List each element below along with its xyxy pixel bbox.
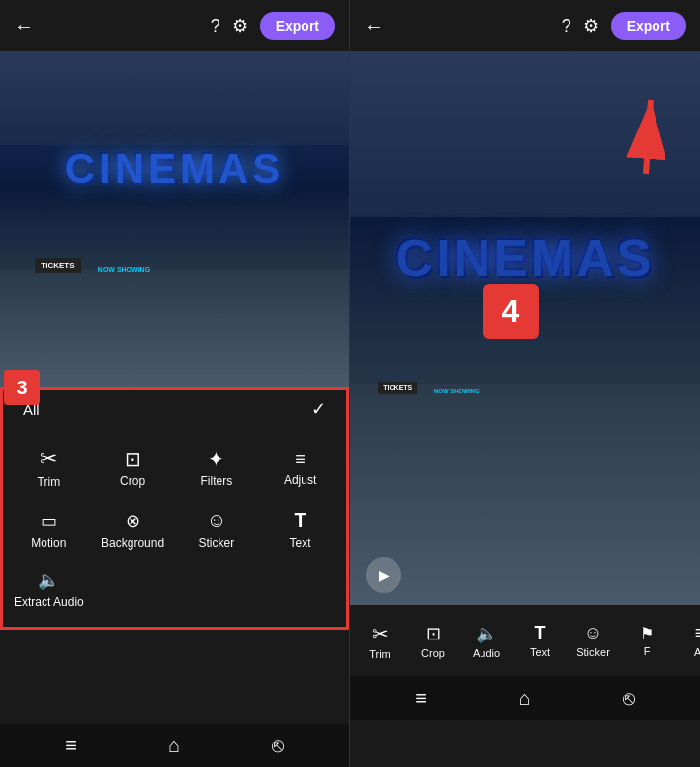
toolbar-audio-icon: 🔈 bbox=[476, 623, 497, 644]
red-arrow-indicator bbox=[586, 85, 665, 184]
right-settings-button[interactable]: ⚙ bbox=[583, 15, 599, 37]
crop-label: Crop bbox=[120, 474, 145, 488]
left-header: ← ? ⚙ Export bbox=[0, 0, 349, 51]
background-label: Background bbox=[101, 536, 164, 550]
left-back-button[interactable]: ← bbox=[14, 15, 34, 38]
left-nav-back[interactable]: ⎋ bbox=[272, 734, 284, 757]
left-help-button[interactable]: ? bbox=[211, 16, 220, 37]
trim-icon: ✂ bbox=[40, 446, 57, 471]
right-back-button[interactable]: ← bbox=[364, 15, 384, 38]
svg-line-1 bbox=[646, 100, 651, 174]
left-tools-container: 3 All ✓ ✂ Trim ⊡ Crop ✦ bbox=[0, 387, 349, 630]
toolbar-trim-label: Trim bbox=[369, 648, 391, 660]
right-header-right: ? ⚙ Export bbox=[562, 12, 686, 40]
toolbar-f-icon: ⚑ bbox=[640, 624, 654, 642]
right-help-button[interactable]: ? bbox=[562, 16, 571, 37]
toolbar-crop-icon: ⊡ bbox=[426, 623, 441, 644]
toolbar-trim[interactable]: ✂ Trim bbox=[354, 618, 405, 664]
sticker-label: Sticker bbox=[199, 536, 235, 550]
cinema-scene-left: CINEMAS TICKETS NOW SHOWING bbox=[0, 51, 349, 387]
right-export-button[interactable]: Export bbox=[611, 12, 686, 40]
toolbar-sticker[interactable]: ☺ Sticker bbox=[568, 619, 619, 662]
lower-area-left bbox=[0, 270, 349, 387]
step4-badge: 4 bbox=[483, 284, 539, 339]
motion-label: Motion bbox=[31, 536, 66, 550]
toolbar-crop-label: Crop bbox=[421, 647, 445, 659]
toolbar-sticker-label: Sticker bbox=[576, 646, 610, 658]
now-showing-right: NOW SHOWING bbox=[434, 388, 480, 394]
text-icon: T bbox=[295, 509, 306, 532]
toolbar-all[interactable]: ≡ All bbox=[674, 619, 700, 662]
toolbar-all-icon: ≡ bbox=[695, 623, 700, 643]
sticker-icon: ☺ bbox=[207, 509, 226, 532]
trim-label: Trim bbox=[38, 475, 61, 489]
tool-extract-audio[interactable]: 🔈 Extract Audio bbox=[7, 559, 91, 619]
toolbar-crop[interactable]: ⊡ Crop bbox=[407, 619, 459, 663]
checkmark: ✓ bbox=[311, 398, 326, 420]
toolbar-trim-icon: ✂ bbox=[372, 622, 389, 645]
tool-crop[interactable]: ⊡ Crop bbox=[91, 436, 175, 499]
adjust-label: Adjust bbox=[284, 473, 316, 487]
tool-sticker[interactable]: ☺ Sticker bbox=[175, 499, 259, 559]
left-panel: ← ? ⚙ Export CINEMAS TICKETS NOW SHOWING… bbox=[0, 0, 349, 767]
right-nav-back[interactable]: ⎋ bbox=[623, 687, 635, 710]
left-settings-button[interactable]: ⚙ bbox=[232, 15, 248, 37]
toolbar-sticker-icon: ☺ bbox=[584, 623, 602, 643]
tools-red-border: All ✓ ✂ Trim ⊡ Crop ✦ Filters bbox=[0, 387, 349, 630]
adjust-icon: ≡ bbox=[295, 449, 306, 469]
toolbar-audio-label: Audio bbox=[473, 647, 500, 659]
extract-audio-label: Extract Audio bbox=[14, 595, 84, 609]
right-panel: ← ? ⚙ Export CINEMAS TICKETS NOW SHOWING… bbox=[350, 0, 700, 767]
all-bar: All ✓ bbox=[3, 390, 346, 428]
cinema-scene-right: CINEMAS TICKETS NOW SHOWING 4 ▶ bbox=[350, 51, 700, 605]
ceiling-left bbox=[0, 51, 349, 145]
toolbar-f[interactable]: ⚑ F bbox=[621, 620, 672, 661]
toolbar-audio[interactable]: 🔈 Audio bbox=[461, 619, 512, 663]
right-nav-bar: ≡ ⌂ ⎋ bbox=[350, 676, 700, 720]
right-nav-menu[interactable]: ≡ bbox=[415, 687, 427, 710]
toolbar-all-label: All bbox=[694, 646, 700, 658]
toolbar-text-icon: T bbox=[535, 623, 546, 643]
lower-area-right bbox=[350, 384, 700, 605]
right-header: ← ? ⚙ Export bbox=[350, 0, 700, 51]
right-video-preview: CINEMAS TICKETS NOW SHOWING 4 ▶ bbox=[350, 51, 700, 605]
cinemas-text-right: CINEMAS bbox=[396, 228, 655, 288]
filters-icon: ✦ bbox=[208, 447, 224, 470]
text-label: Text bbox=[290, 536, 311, 550]
left-video-preview: CINEMAS TICKETS NOW SHOWING bbox=[0, 51, 349, 387]
step3-badge: 3 bbox=[4, 370, 40, 405]
tool-background[interactable]: ⊗ Background bbox=[91, 499, 175, 559]
extract-audio-icon: 🔈 bbox=[38, 569, 59, 591]
tool-motion[interactable]: ▭ Motion bbox=[7, 499, 91, 559]
toolbar-text-label: Text bbox=[530, 646, 550, 658]
left-nav-menu[interactable]: ≡ bbox=[65, 734, 77, 757]
play-button[interactable]: ▶ bbox=[366, 557, 401, 593]
left-header-right: ? ⚙ Export bbox=[211, 12, 335, 40]
cinemas-text-left: CINEMAS bbox=[65, 145, 285, 193]
now-showing-left: NOW SHOWING bbox=[98, 266, 150, 273]
tools-grid: ✂ Trim ⊡ Crop ✦ Filters ≡ Adjust ▭ bbox=[3, 428, 346, 627]
motion-icon: ▭ bbox=[41, 510, 57, 532]
left-export-button[interactable]: Export bbox=[260, 12, 335, 40]
tool-text[interactable]: T Text bbox=[258, 499, 342, 559]
left-nav-bar: ≡ ⌂ ⎋ bbox=[0, 724, 349, 767]
right-toolbar: ✂ Trim ⊡ Crop 🔈 Audio T Text ☺ Sticker ⚑… bbox=[350, 605, 700, 676]
toolbar-text[interactable]: T Text bbox=[514, 619, 566, 662]
tool-trim[interactable]: ✂ Trim bbox=[7, 436, 91, 499]
right-nav-home[interactable]: ⌂ bbox=[519, 687, 531, 710]
toolbar-f-label: F bbox=[644, 645, 651, 657]
crop-icon: ⊡ bbox=[125, 447, 141, 470]
left-nav-home[interactable]: ⌂ bbox=[168, 734, 180, 757]
tickets-sign-right: TICKETS bbox=[378, 382, 417, 394]
tickets-sign-left: TICKETS bbox=[35, 258, 80, 273]
filters-label: Filters bbox=[201, 474, 233, 488]
tool-adjust[interactable]: ≡ Adjust bbox=[258, 436, 342, 499]
tool-filters[interactable]: ✦ Filters bbox=[175, 436, 259, 499]
background-icon: ⊗ bbox=[126, 510, 140, 532]
